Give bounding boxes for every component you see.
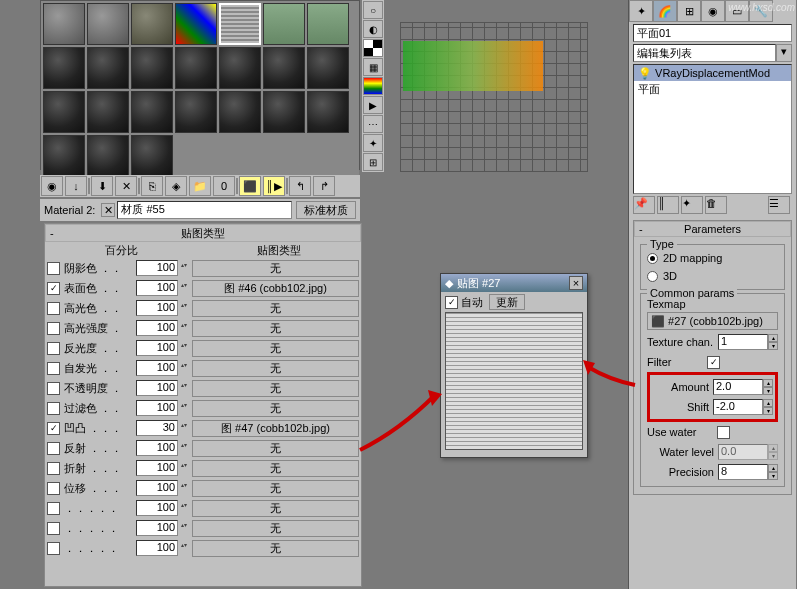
map-amount-spinner[interactable]: 100 [136,520,178,536]
background-icon[interactable] [363,39,383,57]
select-by-material-icon[interactable]: ✦ [363,134,383,152]
spin-down-icon[interactable]: ▾ [768,472,778,480]
material-slot[interactable] [307,3,349,45]
map-slot-button[interactable]: 无 [192,540,359,557]
texmap-slot-button[interactable]: ⬛ #27 (cobb102b.jpg) [647,312,778,330]
sample-type-icon[interactable]: ○ [363,1,383,19]
lightbulb-icon[interactable]: 💡 [638,67,652,79]
object-name-field[interactable]: 平面01 [633,24,792,42]
put-to-library-icon[interactable]: 📁 [189,176,211,196]
maps-rollout-header[interactable]: - 贴图类型 [45,224,361,242]
material-slot[interactable] [87,135,129,177]
map-slot-button[interactable]: 无 [192,400,359,417]
map-enable-checkbox[interactable] [47,322,60,335]
map-amount-spinner[interactable]: 100 [136,460,178,476]
radio-3d[interactable] [647,271,658,282]
map-enable-checkbox[interactable] [47,402,60,415]
make-unique-icon[interactable]: ◈ [165,176,187,196]
reset-map-icon[interactable]: ✕ [115,176,137,196]
video-color-icon[interactable] [363,77,383,95]
material-slot[interactable] [131,47,173,89]
make-unique-icon[interactable]: ✦ [681,196,703,214]
map-amount-spinner[interactable]: 100 [136,440,178,456]
map-slot-button[interactable]: 无 [192,380,359,397]
spin-down-icon[interactable]: ▾ [763,407,773,415]
material-slot[interactable] [87,91,129,133]
auto-checkbox[interactable]: ✓ [445,296,458,309]
stack-item-vraydisplacement[interactable]: 💡 VRayDisplacementMod [634,65,791,81]
make-copy-icon[interactable]: ⎘ [141,176,163,196]
shift-spinner[interactable]: -2.0 [713,399,763,415]
update-button[interactable]: 更新 [489,294,525,310]
close-icon[interactable]: × [569,276,583,290]
map-amount-spinner[interactable]: 100 [136,480,178,496]
texture-window-titlebar[interactable]: ◆ 贴图 #27 × [441,274,587,292]
backlight-icon[interactable]: ◐ [363,20,383,38]
material-slot[interactable] [87,47,129,89]
material-slot[interactable] [263,47,305,89]
go-forward-icon[interactable]: ↱ [313,176,335,196]
material-slot[interactable] [219,91,261,133]
map-slot-button[interactable]: 无 [192,500,359,517]
pick-material-icon[interactable]: ✕ [101,203,115,217]
map-enable-checkbox[interactable] [47,542,60,555]
map-amount-spinner[interactable]: 100 [136,360,178,376]
map-slot-button[interactable]: 无 [192,300,359,317]
material-slot[interactable] [219,47,261,89]
sample-uv-icon[interactable]: ▦ [363,58,383,76]
material-slot[interactable] [175,91,217,133]
material-slot[interactable] [307,91,349,133]
spin-up-icon[interactable]: ▴ [768,334,778,342]
map-amount-spinner[interactable]: 100 [136,380,178,396]
map-slot-button[interactable]: 无 [192,480,359,497]
show-end-result-icon[interactable]: ║ [657,196,679,214]
assign-material-icon[interactable]: ⬇ [91,176,113,196]
map-slot-button[interactable]: 无 [192,440,359,457]
map-amount-spinner[interactable]: 100 [136,540,178,556]
map-enable-checkbox[interactable] [47,442,60,455]
map-enable-checkbox[interactable] [47,342,60,355]
show-map-icon[interactable]: ⬛ [239,176,261,196]
map-amount-spinner[interactable]: 100 [136,260,178,276]
map-slot-button[interactable]: 无 [192,340,359,357]
parameters-header[interactable]: - Parameters [634,221,791,237]
precision-spinner[interactable]: 8 [718,464,768,480]
filter-checkbox[interactable]: ✓ [707,356,720,369]
map-amount-spinner[interactable]: 100 [136,300,178,316]
go-to-parent-icon[interactable]: ↰ [289,176,311,196]
material-slot[interactable] [175,3,217,45]
amount-spinner[interactable]: 2.0 [713,379,763,395]
map-slot-button[interactable]: 无 [192,520,359,537]
material-slot[interactable] [43,47,85,89]
map-enable-checkbox[interactable] [47,362,60,375]
texture-preview-window[interactable]: ◆ 贴图 #27 × ✓ 自动 更新 [440,273,588,458]
material-slot[interactable] [131,91,173,133]
stack-item-plane[interactable]: 平面 [634,81,791,97]
motion-tab-icon[interactable]: ◉ [701,0,725,22]
make-preview-icon[interactable]: ▶ [363,96,383,114]
map-slot-button[interactable]: 图 #46 (cobb102.jpg) [192,280,359,297]
map-enable-checkbox[interactable]: ✓ [47,422,60,435]
material-slot[interactable] [43,3,85,45]
material-type-button[interactable]: 标准材质 [296,201,356,219]
create-tab-icon[interactable]: ✦ [629,0,653,22]
material-slot[interactable] [307,47,349,89]
map-amount-spinner[interactable]: 100 [136,500,178,516]
spin-up-icon[interactable]: ▴ [763,399,773,407]
map-enable-checkbox[interactable] [47,502,60,515]
pin-stack-icon[interactable]: 📌 [633,196,655,214]
modify-tab-icon[interactable]: 🌈 [653,0,677,22]
show-end-result-icon[interactable]: ║▶ [263,176,285,196]
options-icon[interactable]: ⋯ [363,115,383,133]
map-slot-button[interactable]: 无 [192,360,359,377]
material-map-navigator-icon[interactable]: ⊞ [363,153,383,171]
map-enable-checkbox[interactable] [47,522,60,535]
map-amount-spinner[interactable]: 100 [136,400,178,416]
get-material-icon[interactable]: ◉ [41,176,63,196]
modifier-stack[interactable]: 💡 VRayDisplacementMod 平面 [633,64,792,194]
material-slot[interactable] [43,91,85,133]
map-amount-spinner[interactable]: 30 [136,420,178,436]
map-slot-button[interactable]: 无 [192,460,359,477]
map-enable-checkbox[interactable] [47,302,60,315]
material-slot[interactable] [263,91,305,133]
